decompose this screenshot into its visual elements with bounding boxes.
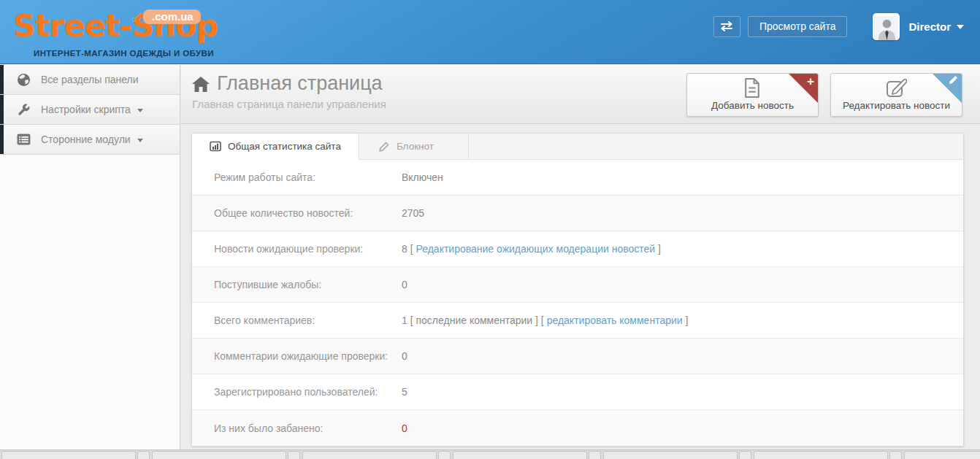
- edit-news-button[interactable]: Редактировать новости: [830, 73, 962, 117]
- edit-icon: [886, 77, 907, 98]
- sidebar: Все разделы панели Настройки скрипта Сто…: [0, 65, 180, 450]
- stat-value: 5: [402, 386, 407, 398]
- stat-value: 8 [ Редактирование ожидающих модерации н…: [402, 243, 661, 255]
- footer-widget-box: [453, 451, 587, 459]
- stat-label: Поступившие жалобы:: [214, 279, 402, 290]
- footer-widget-box-small: [589, 451, 601, 459]
- table-row: Всего комментариев: 1 [ последние коммен…: [192, 303, 963, 339]
- stat-link[interactable]: последние комментарии: [416, 315, 532, 326]
- domain-badge: .com.ua: [143, 9, 201, 24]
- stat-value-text: 2705: [402, 207, 424, 219]
- footer-widget-box-small: [889, 451, 902, 459]
- logo[interactable]: Street-Shop .com.ua ИНТЕРНЕТ-МАГАЗИН ОДЕ…: [13, 3, 225, 63]
- tab-bar: Общая статистика сайта Блокнот: [192, 134, 963, 160]
- stat-link[interactable]: Редактирование ожидающих модерации новос…: [416, 243, 655, 255]
- pin-icon: [131, 12, 143, 22]
- footer-widget-box: [603, 451, 738, 459]
- app-header: Street-Shop .com.ua ИНТЕРНЕТ-МАГАЗИН ОДЕ…: [0, 0, 980, 64]
- stat-link[interactable]: редактировать комментарии: [547, 315, 683, 326]
- toggle-panel-button[interactable]: [713, 16, 740, 37]
- chevron-down-icon: [137, 109, 143, 112]
- footer-widget-box-small: [438, 451, 451, 459]
- swap-arrows-icon: [719, 21, 734, 31]
- footer-widget-box: [302, 451, 437, 459]
- page-subtitle: Главная страница панели управления: [192, 98, 386, 110]
- home-icon: [192, 77, 210, 93]
- stat-label: Режим работы сайта:: [214, 171, 402, 183]
- ribbon-pencil: [933, 74, 962, 103]
- stat-value-text: 0: [402, 350, 407, 362]
- footer-widget-box: [904, 451, 980, 459]
- pencil-icon: [378, 141, 390, 153]
- header-controls: Просмотр сайта Director: [713, 12, 964, 41]
- sidebar-item-label: Сторонние модули: [41, 134, 131, 145]
- stat-value: 0: [402, 423, 407, 434]
- stats-panel: Общая статистика сайта Блокнот Режим раб…: [191, 133, 964, 447]
- stat-value-text: 0: [402, 423, 407, 434]
- document-icon: [743, 77, 762, 99]
- tab-notepad[interactable]: Блокнот: [359, 134, 469, 159]
- table-row: Комментарии ожидающие проверки: 0: [192, 339, 963, 374]
- footer-widget-box-small: [739, 451, 751, 459]
- user-menu[interactable]: Director: [908, 20, 964, 33]
- logo-tagline: ИНТЕРНЕТ-МАГАЗИН ОДЕЖДЫ И ОБУВИ: [34, 49, 214, 58]
- table-row: Из них было забанено: 0: [192, 410, 963, 446]
- stat-value: Включен: [402, 171, 443, 183]
- bar-chart-icon: [210, 141, 221, 152]
- page-actions: + Добавить новость: [686, 73, 962, 117]
- tab-notepad-label: Блокнот: [397, 141, 434, 152]
- add-news-label: Добавить новость: [711, 100, 794, 111]
- stat-value: 1 [ последние комментарии ] [ редактиров…: [402, 315, 688, 326]
- table-row: Новости ожидающие проверки: 8 [ Редактир…: [192, 231, 963, 267]
- footer-widget-box: [152, 451, 286, 459]
- table-row: Зарегистрировано пользователей: 5: [192, 374, 963, 410]
- stat-label: Общее количество новостей:: [214, 207, 402, 219]
- page-title: Главная страница: [192, 72, 386, 95]
- stat-value-text: 5: [402, 386, 407, 398]
- stat-value-text: 8 [: [402, 243, 416, 255]
- sidebar-item-label: Настройки скрипта: [41, 104, 131, 115]
- wrench-icon: [16, 102, 31, 117]
- list-icon: [16, 132, 31, 147]
- plus-icon: +: [807, 75, 814, 88]
- stat-value: 0: [402, 279, 407, 290]
- stat-label: Всего комментариев:: [214, 315, 402, 326]
- stats-table: Режим работы сайта: Включен Общее количе…: [192, 160, 963, 446]
- footer-widget-box-small: [137, 451, 150, 459]
- domain-badge-label: .com.ua: [152, 10, 194, 23]
- table-row: Режим работы сайта: Включен: [192, 160, 963, 196]
- stat-label: Из них было забанено:: [214, 423, 402, 434]
- pencil-icon: [949, 75, 958, 85]
- stat-value-text: ]: [655, 243, 661, 255]
- stat-value-text: 0: [402, 279, 407, 290]
- footer-widget-box-small: [288, 451, 300, 459]
- sidebar-item-label: Все разделы панели: [41, 74, 139, 85]
- globe-icon: [16, 72, 31, 87]
- page-title-text: Главная страница: [217, 72, 383, 95]
- view-site-button[interactable]: Просмотр сайта: [748, 16, 847, 37]
- page-header: Главная страница Главная страница панели…: [181, 65, 980, 124]
- footer-widget-box: [754, 451, 888, 459]
- add-news-button[interactable]: + Добавить новость: [686, 73, 819, 117]
- sidebar-item-script-settings[interactable]: Настройки скрипта: [0, 95, 180, 125]
- title-block: Главная страница Главная страница панели…: [192, 72, 386, 110]
- footer-widget-box: [1, 451, 136, 459]
- sidebar-item-third-party-modules[interactable]: Сторонние модули: [0, 125, 180, 155]
- ribbon-plus: +: [789, 74, 818, 103]
- user-name: Director: [908, 20, 951, 33]
- avatar[interactable]: [873, 13, 900, 40]
- chevron-down-icon: [137, 139, 143, 142]
- table-row: Поступившие жалобы: 0: [192, 267, 963, 303]
- stat-label: Комментарии ожидающие проверки:: [214, 350, 402, 362]
- sidebar-item-all-sections[interactable]: Все разделы панели: [0, 65, 180, 95]
- stat-value: 0: [402, 350, 407, 362]
- chevron-down-icon: [957, 25, 964, 29]
- stat-value: 2705: [402, 207, 424, 219]
- table-row: Общее количество новостей: 2705: [192, 196, 963, 231]
- footer-widget-strip: [0, 450, 980, 459]
- tab-site-stats[interactable]: Общая статистика сайта: [192, 134, 359, 160]
- tab-site-stats-label: Общая статистика сайта: [228, 141, 341, 152]
- admin-dashboard: Street-Shop .com.ua ИНТЕРНЕТ-МАГАЗИН ОДЕ…: [0, 0, 980, 459]
- stat-label: Зарегистрировано пользователей:: [214, 386, 402, 398]
- stat-value-text: ] [: [532, 315, 546, 326]
